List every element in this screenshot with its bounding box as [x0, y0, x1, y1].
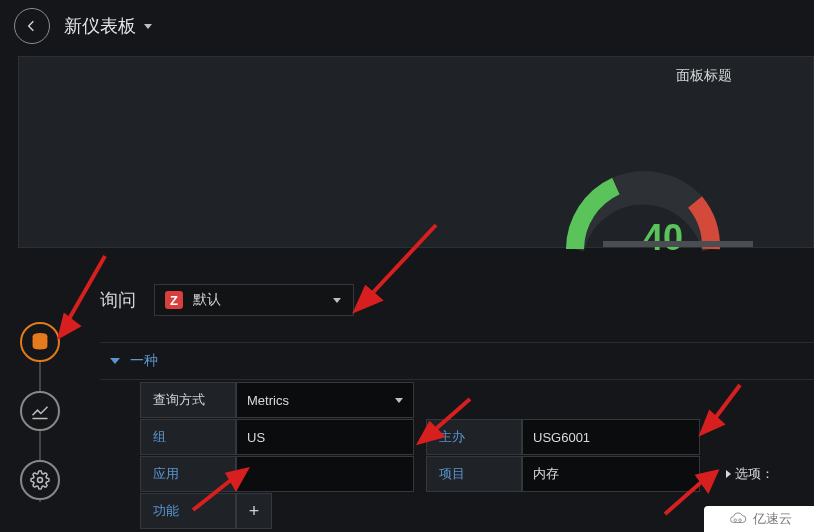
- caret-down-icon: [333, 298, 341, 303]
- arrow-left-icon: [24, 18, 40, 34]
- query-mode-select[interactable]: Metrics: [236, 382, 414, 418]
- svg-line-2: [65, 256, 105, 326]
- application-input[interactable]: [236, 456, 414, 492]
- query-mode-label: 查询方式: [140, 382, 236, 418]
- triangle-right-icon: [726, 470, 731, 478]
- functions-label[interactable]: 功能: [140, 493, 236, 529]
- chevron-down-icon: [110, 358, 120, 364]
- cloud-logo-icon: [727, 512, 747, 526]
- watermark: 亿速云: [704, 506, 814, 532]
- options-label: 选项：: [735, 465, 774, 483]
- options-toggle[interactable]: 选项：: [712, 456, 814, 492]
- item-input[interactable]: 内存: [522, 456, 700, 492]
- tab-visualization[interactable]: [20, 391, 60, 431]
- application-label[interactable]: 应用: [140, 456, 236, 492]
- svg-point-1: [38, 478, 43, 483]
- query-mode-value: Metrics: [247, 393, 289, 408]
- chart-icon: [30, 401, 50, 421]
- tab-general[interactable]: [20, 460, 60, 500]
- zabbix-badge-icon: Z: [165, 291, 183, 309]
- svg-point-8: [733, 519, 736, 522]
- host-input[interactable]: USG6001: [522, 419, 700, 455]
- database-icon: [30, 332, 50, 352]
- panel-title[interactable]: 面板标题: [676, 67, 732, 85]
- panel-preview: 面板标题 40: [18, 56, 814, 248]
- query-section-title: 询问: [100, 288, 136, 312]
- gear-icon: [30, 470, 50, 490]
- query-row-label: 一种: [130, 352, 158, 370]
- caret-down-icon: [144, 24, 152, 29]
- add-function-button[interactable]: +: [236, 493, 272, 529]
- query-editor: 一种 查询方式 Metrics 组 US 主办 USG6001 应用 项目 内存…: [100, 342, 814, 529]
- query-header: 询问 Z 默认: [100, 284, 354, 316]
- datasource-label: 默认: [193, 291, 221, 309]
- top-bar: 新仪表板: [0, 0, 814, 52]
- tab-queries[interactable]: [20, 322, 60, 362]
- item-label[interactable]: 项目: [426, 456, 522, 492]
- dashboard-title-dropdown[interactable]: 新仪表板: [64, 14, 152, 38]
- scrollbar-thumb[interactable]: [603, 241, 753, 247]
- group-label[interactable]: 组: [140, 419, 236, 455]
- host-label[interactable]: 主办: [426, 419, 522, 455]
- group-input[interactable]: US: [236, 419, 414, 455]
- dashboard-title-text: 新仪表板: [64, 14, 136, 38]
- back-button[interactable]: [14, 8, 50, 44]
- datasource-select[interactable]: Z 默认: [154, 284, 354, 316]
- gauge-value: 40: [643, 217, 683, 259]
- caret-down-icon: [395, 398, 403, 403]
- watermark-text: 亿速云: [753, 510, 792, 528]
- svg-point-9: [738, 519, 741, 522]
- query-row-toggle[interactable]: 一种: [100, 342, 814, 380]
